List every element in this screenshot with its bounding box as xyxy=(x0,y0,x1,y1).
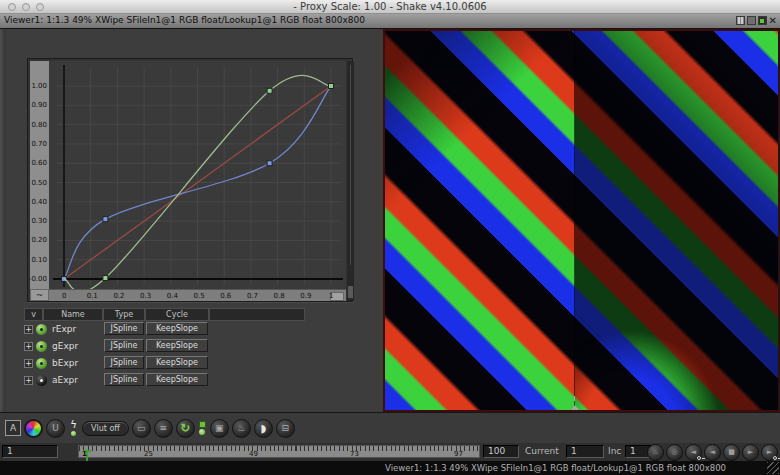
prev-key-button[interactable]: ◄ xyxy=(685,444,702,461)
header-Type[interactable]: Type xyxy=(103,308,145,321)
param-name[interactable]: bExpr xyxy=(52,358,78,368)
expand-icon[interactable]: + xyxy=(24,325,33,334)
x-tick-label: 0.4 xyxy=(167,292,178,300)
y-axis-strip[interactable]: 1.000.900.800.700.600.500.400.300.200.10… xyxy=(30,61,49,289)
viewer-image[interactable] xyxy=(385,31,778,410)
xwipe-handle-icon[interactable] xyxy=(571,405,579,410)
expand-icon[interactable]: + xyxy=(24,359,33,368)
x-axis-strip[interactable]: 00.10.20.30.40.50.60.70.80.91 xyxy=(49,289,346,301)
y-tick-label: 0.40 xyxy=(31,198,47,206)
filmgate-button[interactable]: ⊟ xyxy=(276,419,295,438)
frame-button[interactable]: ▭ xyxy=(132,419,151,438)
flash-indicator[interactable]: ϟ xyxy=(68,417,79,439)
viewer-bar-icons: ✕ xyxy=(736,16,777,25)
visibility-orb-icon[interactable] xyxy=(36,324,47,335)
x-tick-label: 0.9 xyxy=(300,292,311,300)
channel-green-icon[interactable] xyxy=(758,16,767,25)
color-wheel-button[interactable] xyxy=(24,419,43,438)
x-tick-label: 0 xyxy=(62,292,66,300)
visibility-orb-icon[interactable] xyxy=(36,358,47,369)
keyframe-point-gExpr xyxy=(103,276,108,281)
ruler-frame-label: 97 xyxy=(454,450,463,458)
type-button[interactable]: JSpline xyxy=(104,322,144,335)
cycle-button[interactable]: KeepSlope xyxy=(146,339,208,352)
key-badge-icon xyxy=(697,456,701,460)
playhead-label: 1 xyxy=(82,450,87,458)
inc-label: Inc xyxy=(608,446,621,456)
x-tick-label: 0.5 xyxy=(194,292,205,300)
type-button[interactable]: JSpline xyxy=(104,373,144,386)
keyframe-point-bExpr xyxy=(103,217,108,222)
y-tick-label: 0.20 xyxy=(31,236,47,244)
param-name[interactable]: aExpr xyxy=(52,375,78,385)
x-tick-label: 0.2 xyxy=(113,292,124,300)
y-tick-label: -0.00 xyxy=(29,275,47,283)
play-forward-button[interactable]: ► xyxy=(742,444,759,461)
transport-controls: ♨◎◄◄■►► xyxy=(647,443,778,461)
table-row-gExpr: +gExprJSplineKeepSlope xyxy=(22,338,307,355)
type-button[interactable]: JSpline xyxy=(104,339,144,352)
current-frame-field[interactable]: 1 xyxy=(566,445,604,458)
viewer-info-text: Viewer1: 1:1.3 49% XWipe SFileIn1@1 RGB … xyxy=(4,15,365,25)
thumbnail-icon[interactable] xyxy=(747,16,756,25)
visibility-orb-icon[interactable] xyxy=(36,341,47,352)
buffer-indicator[interactable] xyxy=(198,417,207,439)
compare-button[interactable]: ≡ xyxy=(154,419,173,438)
refresh-button[interactable]: ↻ xyxy=(176,419,195,438)
expand-icon[interactable]: + xyxy=(24,376,33,385)
visibility-orb-icon[interactable] xyxy=(36,375,47,386)
header-Name[interactable]: Name xyxy=(43,308,103,321)
curves-svg xyxy=(49,61,346,289)
y-tick-label: 0.50 xyxy=(31,179,47,187)
roi-button[interactable]: ▣ xyxy=(210,419,229,438)
x-tick-label: 1 xyxy=(329,292,333,300)
cycle-button[interactable]: KeepSlope xyxy=(146,322,208,335)
titlebar[interactable]: - Proxy Scale: 1.00 - Shake v4.10.0606 xyxy=(0,0,780,14)
stop-button[interactable]: ■ xyxy=(723,444,740,461)
range-end-field[interactable]: 100 xyxy=(483,445,519,458)
curve-plot-area[interactable] xyxy=(49,61,346,289)
table-header: vNameTypeCycle xyxy=(22,308,307,321)
flipbook-flame-button[interactable]: ♨ xyxy=(232,419,251,438)
table-row-aExpr: +aExprJSplineKeepSlope xyxy=(22,372,307,389)
vlut-button[interactable]: Vlut off xyxy=(82,421,129,436)
x-tick-label: 0.3 xyxy=(140,292,151,300)
keyframe-point-gExpr xyxy=(329,84,334,89)
resize-grip-icon[interactable] xyxy=(767,462,779,474)
header-v[interactable]: v xyxy=(24,308,43,321)
autoplot-button[interactable]: A xyxy=(5,420,21,436)
key-badge-icon xyxy=(773,456,777,460)
keyframe-point-gExpr xyxy=(267,88,272,93)
close-icon[interactable]: ✕ xyxy=(769,16,777,25)
timeline-ruler[interactable]: 1 25497397 xyxy=(78,445,480,458)
window-title: - Proxy Scale: 1.00 - Shake v4.10.0606 xyxy=(0,1,780,12)
xwipe-boundary[interactable] xyxy=(574,31,575,410)
param-name[interactable]: gExpr xyxy=(52,341,78,351)
status-info-text: Viewer1: 1:1.3 49% XWipe SFileIn1@1 RGB … xyxy=(385,463,726,473)
layout-grid-icon[interactable] xyxy=(736,16,745,25)
param-name[interactable]: rExpr xyxy=(52,324,76,334)
vertical-scrollbar[interactable] xyxy=(347,61,354,301)
header-Cycle[interactable]: Cycle xyxy=(145,308,209,321)
scrollbar-handle[interactable] xyxy=(348,286,353,298)
play-reverse-button[interactable]: ◄ xyxy=(704,444,721,461)
y-tick-label: 0.70 xyxy=(31,140,47,148)
cycle-button[interactable]: KeepSlope xyxy=(146,373,208,386)
expand-icon[interactable]: + xyxy=(24,342,33,351)
panel-splitter[interactable] xyxy=(0,29,6,412)
update-button[interactable]: U xyxy=(46,419,65,438)
cycle-button[interactable]: KeepSlope xyxy=(146,356,208,369)
ruler-frame-label: 73 xyxy=(350,450,359,458)
header-spacer[interactable] xyxy=(209,308,305,321)
flipbook-button[interactable]: ♨ xyxy=(647,444,664,461)
range-start-field[interactable]: 1 xyxy=(2,445,58,458)
viewer-info-bar[interactable]: Viewer1: 1:1.3 49% XWipe SFileIn1@1 RGB … xyxy=(0,14,780,29)
mask-button[interactable]: ◗ xyxy=(254,419,273,438)
render-button[interactable]: ◎ xyxy=(666,444,683,461)
curve-fit-button[interactable]: ~ xyxy=(30,289,49,301)
y-tick-label: 0.10 xyxy=(31,256,47,264)
type-button[interactable]: JSpline xyxy=(104,356,144,369)
viewer-pane[interactable] xyxy=(383,29,780,412)
next-key-button[interactable]: ► xyxy=(761,444,778,461)
status-bar: Viewer1: 1:1.3 49% XWipe SFileIn1@1 RGB … xyxy=(0,461,780,475)
